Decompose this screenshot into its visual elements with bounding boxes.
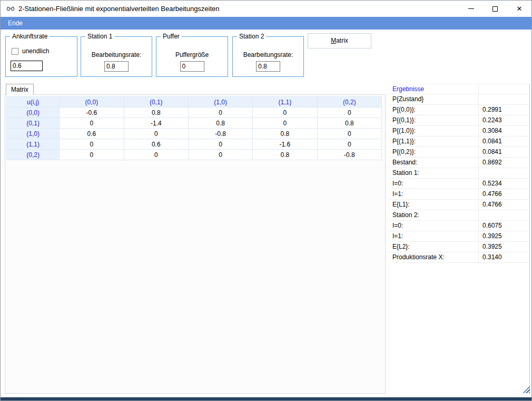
minimize-icon xyxy=(468,8,474,9)
station1-rate-input[interactable] xyxy=(104,61,129,72)
grid-cell[interactable]: -0.8 xyxy=(317,150,381,160)
minimize-button[interactable] xyxy=(459,1,483,17)
grid-cell[interactable]: 0 xyxy=(124,129,188,139)
grid-cell[interactable]: 0 xyxy=(253,107,317,118)
grid-row-header: (1,1) xyxy=(7,139,60,150)
matrix-grid: u(i,j) (0,0) (0,1) (1,0) (1,1) (0,2) (0,… xyxy=(6,96,382,160)
station2-rate-label: Bearbeitungsrate: xyxy=(233,51,303,58)
grid-cell[interactable]: 0 xyxy=(60,139,124,150)
groupbox-station1-title: Station 1 xyxy=(85,33,114,40)
results-panel: Ergebnisse P{Zustand} P{(0,0)}:0.2991 P{… xyxy=(389,84,530,394)
table-row: (0,1) 0 -1.4 0.8 0 0.8 xyxy=(7,118,382,129)
grid-cell[interactable]: 0.8 xyxy=(253,129,317,139)
menu-bar: Ende xyxy=(1,17,531,30)
table-row: (0,2) 0 0 0 0.8 -0.8 xyxy=(7,150,382,160)
list-item[interactable]: P{(0,2)}:0.0841 xyxy=(389,147,529,158)
groupbox-station1: Station 1 Bearbeitungsrate: xyxy=(81,36,152,77)
matrix-tabpage: u(i,j) (0,0) (0,1) (1,0) (1,1) (0,2) (0,… xyxy=(5,94,386,394)
grid-cell[interactable]: 0 xyxy=(60,118,124,129)
grid-cell[interactable]: 0 xyxy=(188,150,252,160)
grid-cell[interactable]: -1.4 xyxy=(124,118,188,129)
grid-row-header: (0,1) xyxy=(7,118,60,129)
unendlich-checkbox[interactable] xyxy=(12,48,18,55)
grid-cell[interactable]: 0.6 xyxy=(60,129,124,139)
grid-cell[interactable]: 0.8 xyxy=(188,118,252,129)
puffergroesse-label: Puffergröße xyxy=(156,51,228,58)
window-title: 2-Stationen-Fließlinie mit exponentialve… xyxy=(18,5,220,13)
app-window: 2-Stationen-Fließlinie mit exponentialve… xyxy=(0,0,532,401)
matrix-button-label: Matrix xyxy=(308,34,371,48)
taskbar-strip xyxy=(1,397,531,400)
results-header-row: Ergebnisse xyxy=(389,84,529,94)
grid-cell[interactable]: -0.8 xyxy=(188,129,252,139)
list-item[interactable]: P{(0,1)}:0.2243 xyxy=(389,115,529,126)
list-item[interactable]: I=0:0.6075 xyxy=(389,221,529,231)
grid-col-header: (0,2) xyxy=(317,97,381,107)
list-item[interactable]: I=0:0.5234 xyxy=(389,179,529,189)
grid-col-header: (1,0) xyxy=(188,97,252,107)
grid-cell[interactable]: 0 xyxy=(317,129,381,139)
grid-corner-cell: u(i,j) xyxy=(7,97,60,107)
maximize-icon xyxy=(492,6,498,12)
station1-rate-label: Bearbeitungsrate: xyxy=(81,51,152,58)
grid-col-header: (0,0) xyxy=(60,97,124,107)
list-item[interactable]: I=1:0.3925 xyxy=(389,231,529,242)
list-item[interactable]: I=1:0.4766 xyxy=(389,189,529,200)
ankunftsrate-input[interactable] xyxy=(11,61,43,71)
groupbox-station2: Station 2 Bearbeitungsrate: xyxy=(232,36,304,77)
results-header: Ergebnisse xyxy=(389,84,479,94)
list-item[interactable]: P{(1,0)}:0.3084 xyxy=(389,126,529,136)
menu-item-ende[interactable]: Ende xyxy=(3,17,27,30)
groupbox-puffer: Puffer Puffergröße xyxy=(156,36,228,77)
groupbox-puffer-title: Puffer xyxy=(161,33,182,40)
table-row: (0,0) -0.6 0.8 0 0 0 xyxy=(7,107,382,118)
list-item[interactable]: Station 1: xyxy=(389,168,529,179)
grid-row-header: (1,0) xyxy=(7,129,60,139)
tab-matrix[interactable]: Matrix xyxy=(6,84,34,95)
grid-cell[interactable]: 0.8 xyxy=(124,107,188,118)
grid-cell[interactable]: 0 xyxy=(253,118,317,129)
station2-rate-input[interactable] xyxy=(256,61,280,72)
matrix-button[interactable]: Matrix xyxy=(308,33,371,48)
grid-cell[interactable]: 0 xyxy=(317,139,381,150)
title-bar[interactable]: 2-Stationen-Fließlinie mit exponentialve… xyxy=(1,1,531,17)
list-item[interactable]: E{L1}:0.4766 xyxy=(389,200,529,210)
maximize-button[interactable] xyxy=(483,1,507,17)
list-item[interactable]: Produktionsrate X:0.3140 xyxy=(389,252,529,263)
grid-col-header: (1,1) xyxy=(253,97,317,107)
groupbox-ankunftsrate-title: Ankunftsrate xyxy=(10,33,50,40)
list-item[interactable]: Bestand:0.8692 xyxy=(389,158,529,168)
grid-cell[interactable]: 0 xyxy=(188,139,252,150)
grid-cell[interactable]: -0.6 xyxy=(60,107,124,118)
table-row: (1,0) 0.6 0 -0.8 0.8 0 xyxy=(7,129,382,139)
grid-cell[interactable]: 0.6 xyxy=(124,139,188,150)
app-icon xyxy=(6,5,15,13)
grid-cell[interactable]: 0.8 xyxy=(253,150,317,160)
table-row: (1,1) 0 0.6 0 -1.6 0 xyxy=(7,139,382,150)
grid-col-header: (0,1) xyxy=(124,97,188,107)
grid-row-header: (0,0) xyxy=(7,107,60,118)
puffergroesse-input[interactable] xyxy=(180,61,204,72)
close-button[interactable]: ✕ xyxy=(507,1,531,17)
grid-cell[interactable]: 0 xyxy=(124,150,188,160)
grid-cell[interactable]: -1.6 xyxy=(253,139,317,150)
grid-cell[interactable]: 0 xyxy=(60,150,124,160)
grid-cell[interactable]: 0 xyxy=(317,107,381,118)
list-item[interactable]: E{L2}:0.3925 xyxy=(389,242,529,252)
close-icon: ✕ xyxy=(517,5,523,12)
groupbox-ankunftsrate: Ankunftsrate unendlich xyxy=(5,36,77,77)
groupbox-station2-title: Station 2 xyxy=(237,33,266,40)
unendlich-checkbox-label: unendlich xyxy=(22,47,49,55)
list-item[interactable]: Station 2: xyxy=(389,210,529,221)
grid-cell[interactable]: 0 xyxy=(188,107,252,118)
grid-row-header: (0,2) xyxy=(7,150,60,160)
grid-cell[interactable]: 0.8 xyxy=(317,118,381,129)
list-item[interactable]: P{(0,0)}:0.2991 xyxy=(389,105,529,115)
list-item[interactable]: P{Zustand} xyxy=(389,94,529,105)
list-item[interactable]: P{(1,1)}:0.0841 xyxy=(389,136,529,147)
